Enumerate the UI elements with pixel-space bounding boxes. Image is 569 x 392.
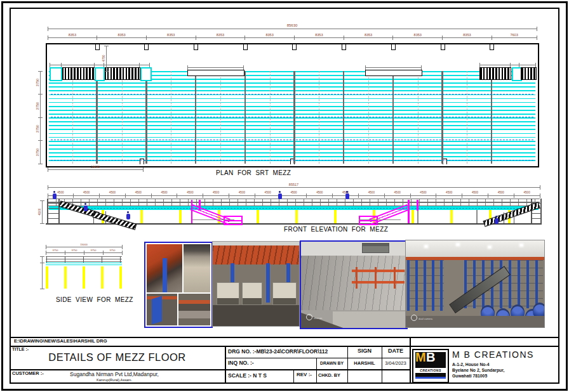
dim-tick <box>229 193 229 198</box>
dim-tick <box>48 36 48 40</box>
plan-landing <box>140 67 152 81</box>
dim-line <box>46 247 122 247</box>
dim-tick <box>177 193 177 198</box>
dim-label: 4500 <box>368 191 375 194</box>
drawing-sheet: 8563083538353835383538353835383538353835… <box>0 0 569 392</box>
plan-dashed-row <box>51 94 533 95</box>
side-column-yellow <box>64 266 67 289</box>
camera-watermark-icon <box>411 315 417 321</box>
photo-rail-post <box>375 267 377 289</box>
photo-rack <box>242 282 262 305</box>
elevation-deck-dash <box>50 208 537 209</box>
dim-tick <box>122 245 123 249</box>
photo-orange-railing <box>352 270 405 272</box>
photo-rack <box>217 282 239 305</box>
dim-label: 3750 <box>36 102 39 110</box>
plan-landing <box>50 67 62 81</box>
dim-label: 3750 <box>36 148 39 156</box>
side-column-tick <box>65 256 65 263</box>
dim-tick <box>48 167 48 172</box>
plan-dashed-row <box>51 140 533 140</box>
plan-beam-line <box>145 71 147 164</box>
dim-tick <box>104 46 109 46</box>
dim-label: 85517 <box>289 183 298 186</box>
dim-label: 8353 <box>463 33 471 37</box>
drg-no: DRG NO. :-MB\23-24\CORR\FLOOR\112 <box>228 348 328 355</box>
dim-tick <box>94 63 95 67</box>
elevation-column-yellow <box>295 210 298 223</box>
dim-tick <box>540 193 540 198</box>
elevation-column-yellow <box>412 210 414 223</box>
plan-beam-line <box>343 71 344 164</box>
dim-label: 4500 <box>265 191 271 194</box>
photo-white-wall <box>301 242 406 256</box>
scale-label: SCALE :- N T S <box>228 372 267 379</box>
elevation-column-yellow <box>450 210 453 223</box>
plan-grid-line <box>467 71 467 164</box>
dim-tick <box>103 251 104 255</box>
side-column-tick <box>120 256 121 263</box>
tower-rung <box>47 203 60 204</box>
dim-tick <box>65 251 65 255</box>
plan-grid-line <box>418 71 418 164</box>
photo-mezz-deck-top: shot on <box>300 240 408 329</box>
dim-tick <box>365 65 366 70</box>
elevation-column-yellow <box>140 210 143 223</box>
mezz-stair-post <box>408 200 410 223</box>
person-figure-part <box>345 193 349 199</box>
dim-tick <box>384 193 385 198</box>
dim-label: 3750 <box>36 125 39 133</box>
dim-tick <box>40 289 44 289</box>
dim-label: 4500 <box>316 191 323 194</box>
stair-landing-line <box>192 219 234 220</box>
date-header: DATE <box>382 348 410 354</box>
side-column-yellow <box>83 266 85 289</box>
dim-label: 3750 <box>91 249 97 252</box>
person-figure-part <box>127 211 129 213</box>
dim-tick <box>243 65 244 70</box>
elevation-view-title: FRONT ELEVATION FOR MEZZ <box>284 226 388 233</box>
dim-line <box>48 29 537 29</box>
plan-stair-opening <box>61 67 95 80</box>
dim-label: 3750 <box>53 249 58 252</box>
sign-header: SIGN <box>347 348 382 354</box>
photo-ceiling-light <box>520 244 523 246</box>
dim-label: 8353 <box>414 33 422 37</box>
drawing-title: DETAILS OF MEZZ FLOOR <box>10 351 225 363</box>
person-figure-part <box>278 193 282 199</box>
plan-dashed-row <box>51 117 533 117</box>
date-value: 3/04/2023 <box>382 360 410 366</box>
photo-window-band <box>362 243 389 253</box>
dim-label: 4500 <box>290 191 297 194</box>
side-beam-band <box>46 256 122 262</box>
camera-watermark-text: shot on <box>314 317 322 320</box>
photo-tile-blue-staircase <box>147 294 177 325</box>
logo-letter-m: M <box>415 350 426 365</box>
footer-line <box>10 346 559 347</box>
dim-tick <box>38 140 43 141</box>
photo-rail-post <box>356 267 358 289</box>
person-figure-part <box>495 216 497 218</box>
person-figure-part <box>279 191 281 193</box>
plan-dashed-row <box>51 160 533 160</box>
logo-letter-b: B <box>426 350 435 365</box>
photo-under-mezz <box>212 241 300 327</box>
plan-beam-line <box>244 71 246 164</box>
dim-tick <box>38 117 43 118</box>
footer-line <box>10 369 410 370</box>
dim-line <box>187 67 243 68</box>
tower-post <box>531 199 532 224</box>
plan-outline <box>46 43 539 167</box>
dim-label: 8353 <box>117 33 125 37</box>
camera-watermark-icon <box>306 314 312 320</box>
stair-landing <box>504 212 514 223</box>
dim-tick <box>104 63 104 67</box>
dim-tick <box>442 36 443 40</box>
dim-tick <box>519 63 519 67</box>
side-view-title: SIDE VIEW FOR MEZZ <box>56 296 133 303</box>
side-column-tick <box>46 256 47 263</box>
plan-grid-line <box>368 71 369 164</box>
person-figure-part <box>126 214 130 219</box>
person-figure-part <box>495 218 499 224</box>
dim-tick <box>332 193 333 198</box>
